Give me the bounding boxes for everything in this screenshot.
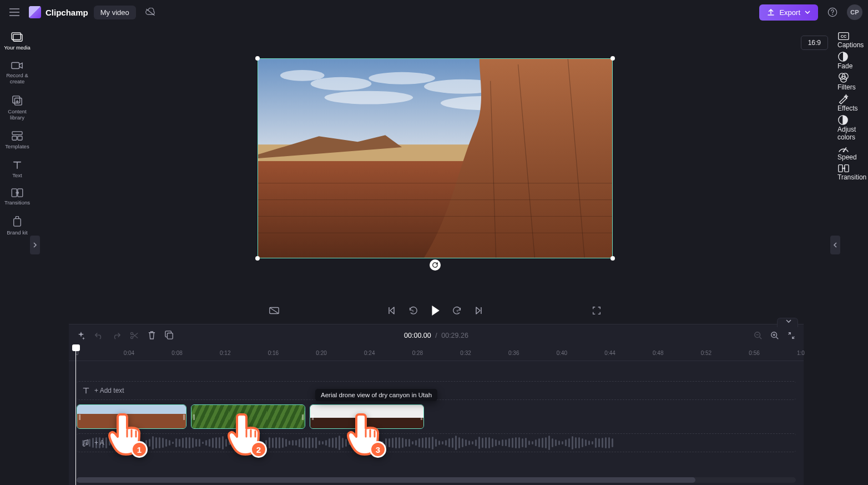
cloud-off-icon	[145, 8, 156, 17]
forward-5-icon: 5	[452, 306, 462, 316]
ruler-tick: 0:44	[604, 350, 615, 356]
right-rail-fade[interactable]: Fade	[837, 51, 866, 70]
hide-overlay-button[interactable]	[269, 306, 280, 315]
brand[interactable]: Clipchamp	[29, 6, 88, 18]
svg-rect-39	[839, 165, 842, 172]
fullscreen-button[interactable]	[592, 306, 602, 316]
transition-icon	[837, 163, 850, 173]
duplicate-button[interactable]	[165, 331, 174, 340]
clip-1-trim-right[interactable]: ||	[181, 405, 186, 428]
preview-stage[interactable]	[258, 58, 613, 258]
clip-3[interactable]: || ||	[310, 404, 424, 429]
avatar[interactable]: CP	[847, 4, 862, 20]
text-track-label[interactable]: + Add text	[82, 387, 124, 394]
right-rail-speed[interactable]: Speed	[837, 143, 866, 161]
right-rail-collapse[interactable]	[830, 236, 840, 254]
clip-2[interactable]: || ||	[191, 404, 305, 429]
timeline-scrollbar[interactable]	[77, 477, 796, 483]
clip-1[interactable]: || ||	[77, 404, 186, 429]
text-icon	[82, 387, 90, 394]
right-rail-filters[interactable]: Filters	[837, 72, 866, 91]
current-time: 00:00.00	[404, 332, 431, 339]
brand-name: Clipchamp	[46, 8, 88, 17]
zoom-out-button[interactable]	[754, 331, 763, 340]
selection-handle-br[interactable]	[610, 256, 615, 261]
skip-end-button[interactable]	[475, 306, 483, 315]
ruler-tick: 0:12	[220, 350, 230, 356]
left-rail-record-create[interactable]: Record & create	[2, 57, 33, 91]
aspect-ratio-button[interactable]: 16:9	[801, 36, 828, 50]
delete-button[interactable]	[148, 331, 156, 340]
play-button[interactable]	[430, 305, 440, 316]
brand-kit-icon	[12, 216, 22, 227]
copy-icon	[165, 331, 174, 340]
ruler-tick: 0:08	[171, 350, 182, 356]
fade-icon	[837, 51, 849, 62]
right-rail-effects[interactable]: Effects	[837, 93, 866, 112]
timecode: 00:00.00 / 00:29.26	[404, 332, 468, 339]
preview-canvas[interactable]	[258, 58, 613, 258]
skip-start-button[interactable]	[387, 306, 396, 315]
split-button[interactable]	[130, 331, 139, 340]
clip-2-trim-left[interactable]: ||	[191, 405, 196, 428]
fullscreen-icon	[592, 306, 602, 316]
left-rail-transitions[interactable]: Transitions	[2, 184, 33, 212]
collapse-timeline-button[interactable]	[785, 319, 792, 323]
menu-button[interactable]	[6, 3, 23, 21]
upload-icon	[767, 8, 775, 16]
clip-3-trim-left[interactable]: ||	[310, 405, 315, 428]
ruler-tick: 0:16	[268, 350, 279, 356]
svg-point-15	[311, 77, 372, 90]
export-label: Export	[779, 8, 800, 17]
svg-rect-8	[12, 136, 17, 140]
left-rail-brand-kit[interactable]: Brand kit	[2, 212, 33, 242]
redo-button[interactable]	[112, 332, 121, 339]
speed-icon	[837, 143, 850, 153]
right-rail-adjust-colors[interactable]: Adjust colors	[837, 114, 866, 141]
undo-button[interactable]	[94, 332, 103, 339]
clip-2-trim-right[interactable]: ||	[300, 405, 305, 428]
svg-point-27	[131, 336, 133, 338]
ruler-tick: 1:0	[797, 350, 805, 356]
zoom-in-button[interactable]	[770, 331, 779, 340]
help-button[interactable]	[824, 3, 841, 21]
adjust-icon	[837, 114, 849, 126]
hamburger-icon	[9, 8, 19, 16]
right-rail: CC Captions Fade Filters Effects Adjust …	[836, 24, 868, 485]
clip-3-trim-right[interactable]: ||	[419, 405, 423, 428]
right-rail-transition[interactable]: Transition	[837, 163, 866, 181]
tracks-area[interactable]: + Add text Aerial drone view of dry cany…	[69, 361, 804, 477]
selection-handle-tl[interactable]	[255, 56, 260, 61]
label: Templates	[5, 144, 29, 150]
right-rail-captions[interactable]: CC Captions	[837, 31, 866, 49]
filters-icon	[837, 72, 850, 83]
magic-button[interactable]	[77, 331, 85, 340]
zoom-fit-button[interactable]	[787, 331, 796, 340]
left-rail-templates[interactable]: Templates	[2, 127, 33, 156]
clip-1-trim-left[interactable]: ||	[77, 405, 82, 428]
ruler-tick: 0:04	[124, 350, 134, 356]
left-rail-content-library[interactable]: Content library	[2, 91, 33, 127]
audio-waveform	[77, 434, 796, 452]
audio-track[interactable]: + A	[77, 433, 796, 452]
clip-tooltip: Aerial drone view of dry canyon in Utah	[315, 389, 437, 401]
timeline-scrollbar-thumb[interactable]	[77, 477, 695, 483]
cloud-sync-button[interactable]	[142, 3, 159, 21]
timeline-ruler[interactable]: 00:040:080:120:160:200:240:280:320:360:4…	[69, 347, 804, 361]
export-button[interactable]: Export	[759, 4, 818, 21]
duration: 00:29.26	[441, 332, 468, 339]
rotate-icon	[432, 262, 438, 268]
svg-text:5: 5	[412, 309, 414, 313]
project-title[interactable]: My video	[94, 6, 136, 19]
rotate-handle[interactable]	[430, 259, 441, 271]
forward-button[interactable]: 5	[452, 306, 462, 316]
selection-handle-tr[interactable]	[610, 56, 615, 61]
selection-handle-bl[interactable]	[255, 256, 260, 261]
svg-rect-4	[12, 62, 19, 68]
preview-image	[258, 59, 612, 258]
rewind-button[interactable]: 5	[408, 306, 418, 316]
left-rail-your-media[interactable]: Your media	[2, 28, 33, 57]
video-track[interactable]: Aerial drone view of dry canyon in Utah …	[77, 403, 796, 430]
left-rail-text[interactable]: Text	[2, 156, 33, 184]
tv-off-icon	[269, 306, 280, 315]
